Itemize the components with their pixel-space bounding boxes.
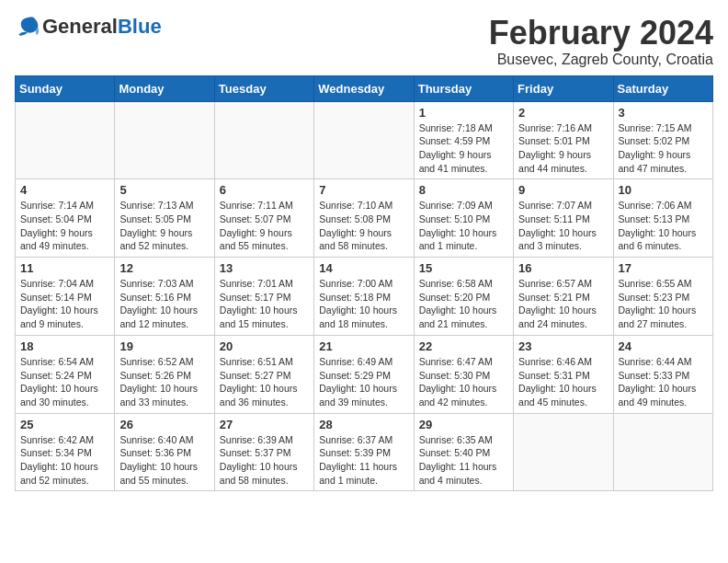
calendar-day-cell: 2Sunrise: 7:16 AMSunset: 5:01 PMDaylight… bbox=[514, 101, 613, 179]
day-info: Sunrise: 7:10 AMSunset: 5:08 PMDaylight:… bbox=[319, 199, 408, 253]
calendar-day-cell: 13Sunrise: 7:01 AMSunset: 5:17 PMDayligh… bbox=[214, 258, 313, 336]
month-year-title: February 2024 bbox=[489, 15, 713, 52]
day-info: Sunrise: 7:00 AMSunset: 5:18 PMDaylight:… bbox=[319, 277, 408, 331]
day-info: Sunrise: 6:47 AMSunset: 5:30 PMDaylight:… bbox=[419, 355, 508, 409]
day-info: Sunrise: 6:58 AMSunset: 5:20 PMDaylight:… bbox=[419, 277, 508, 331]
calendar-week-row: 1Sunrise: 7:18 AMSunset: 4:59 PMDaylight… bbox=[16, 101, 713, 179]
day-number: 28 bbox=[319, 418, 408, 431]
calendar-day-cell: 25Sunrise: 6:42 AMSunset: 5:34 PMDayligh… bbox=[16, 413, 115, 491]
calendar-day-cell: 7Sunrise: 7:10 AMSunset: 5:08 PMDaylight… bbox=[314, 179, 414, 258]
calendar-day-cell: 3Sunrise: 7:15 AMSunset: 5:02 PMDaylight… bbox=[613, 101, 712, 179]
weekday-header-wednesday: Wednesday bbox=[314, 75, 414, 101]
calendar-day-cell: 20Sunrise: 6:51 AMSunset: 5:27 PMDayligh… bbox=[214, 335, 313, 413]
calendar-day-cell: 11Sunrise: 7:04 AMSunset: 5:14 PMDayligh… bbox=[16, 258, 115, 336]
day-info: Sunrise: 6:46 AMSunset: 5:31 PMDaylight:… bbox=[518, 355, 608, 409]
day-info: Sunrise: 6:52 AMSunset: 5:26 PMDaylight:… bbox=[119, 355, 209, 409]
weekday-header-thursday: Thursday bbox=[414, 75, 513, 101]
day-number: 4 bbox=[20, 183, 109, 197]
day-info: Sunrise: 6:51 AMSunset: 5:27 PMDaylight:… bbox=[220, 355, 309, 409]
day-number: 5 bbox=[119, 183, 209, 197]
day-info: Sunrise: 6:37 AMSunset: 5:39 PMDaylight:… bbox=[319, 433, 408, 488]
day-number: 26 bbox=[119, 418, 209, 431]
day-info: Sunrise: 7:15 AMSunset: 5:02 PMDaylight:… bbox=[619, 121, 708, 176]
day-info: Sunrise: 6:35 AMSunset: 5:40 PMDaylight:… bbox=[419, 433, 508, 488]
calendar-day-cell: 23Sunrise: 6:46 AMSunset: 5:31 PMDayligh… bbox=[514, 335, 613, 413]
location-subtitle: Busevec, Zagreb County, Croatia bbox=[489, 52, 713, 68]
day-number: 9 bbox=[518, 183, 608, 197]
day-info: Sunrise: 6:39 AMSunset: 5:37 PMDaylight:… bbox=[220, 433, 309, 488]
calendar-day-cell: 12Sunrise: 7:03 AMSunset: 5:16 PMDayligh… bbox=[115, 258, 214, 336]
weekday-header-sunday: Sunday bbox=[16, 75, 115, 101]
logo-blue: Blue bbox=[118, 15, 162, 38]
day-info: Sunrise: 7:09 AMSunset: 5:10 PMDaylight:… bbox=[419, 199, 508, 253]
day-info: Sunrise: 7:14 AMSunset: 5:04 PMDaylight:… bbox=[20, 199, 109, 253]
calendar-day-cell: 15Sunrise: 6:58 AMSunset: 5:20 PMDayligh… bbox=[414, 258, 513, 336]
calendar-day-cell bbox=[314, 101, 414, 179]
day-info: Sunrise: 6:49 AMSunset: 5:29 PMDaylight:… bbox=[319, 355, 408, 409]
calendar-day-cell: 18Sunrise: 6:54 AMSunset: 5:24 PMDayligh… bbox=[16, 335, 115, 413]
day-number: 21 bbox=[319, 339, 408, 353]
weekday-header-tuesday: Tuesday bbox=[214, 75, 313, 101]
calendar-day-cell bbox=[613, 413, 712, 491]
day-number: 2 bbox=[518, 106, 608, 120]
day-number: 7 bbox=[319, 183, 408, 197]
calendar-day-cell: 21Sunrise: 6:49 AMSunset: 5:29 PMDayligh… bbox=[314, 335, 414, 413]
day-number: 23 bbox=[518, 339, 608, 353]
day-number: 25 bbox=[20, 418, 109, 431]
day-number: 11 bbox=[20, 261, 109, 275]
day-info: Sunrise: 7:01 AMSunset: 5:17 PMDaylight:… bbox=[220, 277, 309, 331]
calendar-day-cell: 16Sunrise: 6:57 AMSunset: 5:21 PMDayligh… bbox=[514, 258, 613, 336]
calendar-day-cell: 19Sunrise: 6:52 AMSunset: 5:26 PMDayligh… bbox=[115, 335, 214, 413]
calendar-day-cell: 17Sunrise: 6:55 AMSunset: 5:23 PMDayligh… bbox=[613, 258, 712, 336]
calendar-day-cell: 5Sunrise: 7:13 AMSunset: 5:05 PMDaylight… bbox=[115, 179, 214, 258]
calendar-day-cell: 10Sunrise: 7:06 AMSunset: 5:13 PMDayligh… bbox=[613, 179, 712, 258]
day-number: 10 bbox=[619, 183, 708, 197]
day-info: Sunrise: 7:18 AMSunset: 4:59 PMDaylight:… bbox=[419, 121, 508, 176]
day-number: 14 bbox=[319, 261, 408, 275]
logo: GeneralBlue bbox=[15, 15, 162, 39]
calendar-week-row: 25Sunrise: 6:42 AMSunset: 5:34 PMDayligh… bbox=[16, 413, 713, 491]
calendar-day-cell: 22Sunrise: 6:47 AMSunset: 5:30 PMDayligh… bbox=[414, 335, 513, 413]
day-number: 27 bbox=[220, 418, 309, 431]
day-info: Sunrise: 7:16 AMSunset: 5:01 PMDaylight:… bbox=[518, 121, 608, 176]
day-info: Sunrise: 7:07 AMSunset: 5:11 PMDaylight:… bbox=[518, 199, 608, 253]
weekday-header-row: SundayMondayTuesdayWednesdayThursdayFrid… bbox=[16, 75, 713, 101]
day-number: 22 bbox=[419, 339, 508, 353]
weekday-header-saturday: Saturday bbox=[613, 75, 712, 101]
calendar-day-cell: 4Sunrise: 7:14 AMSunset: 5:04 PMDaylight… bbox=[16, 179, 115, 258]
day-info: Sunrise: 6:57 AMSunset: 5:21 PMDaylight:… bbox=[518, 277, 608, 331]
day-number: 17 bbox=[619, 261, 708, 275]
calendar-table: SundayMondayTuesdayWednesdayThursdayFrid… bbox=[15, 75, 713, 492]
calendar-day-cell: 28Sunrise: 6:37 AMSunset: 5:39 PMDayligh… bbox=[314, 413, 414, 491]
calendar-day-cell: 29Sunrise: 6:35 AMSunset: 5:40 PMDayligh… bbox=[414, 413, 513, 491]
calendar-week-row: 18Sunrise: 6:54 AMSunset: 5:24 PMDayligh… bbox=[16, 335, 713, 413]
calendar-day-cell bbox=[514, 413, 613, 491]
day-number: 20 bbox=[220, 339, 309, 353]
logo-bird-icon bbox=[15, 16, 40, 38]
logo-text: GeneralBlue bbox=[42, 15, 162, 39]
calendar-day-cell: 14Sunrise: 7:00 AMSunset: 5:18 PMDayligh… bbox=[314, 258, 414, 336]
logo-general: General bbox=[42, 15, 118, 38]
day-info: Sunrise: 7:04 AMSunset: 5:14 PMDaylight:… bbox=[20, 277, 109, 331]
day-info: Sunrise: 6:44 AMSunset: 5:33 PMDaylight:… bbox=[619, 355, 708, 409]
day-number: 12 bbox=[119, 261, 209, 275]
weekday-header-friday: Friday bbox=[514, 75, 613, 101]
day-info: Sunrise: 7:06 AMSunset: 5:13 PMDaylight:… bbox=[619, 199, 708, 253]
day-info: Sunrise: 6:54 AMSunset: 5:24 PMDaylight:… bbox=[20, 355, 109, 409]
day-number: 24 bbox=[619, 339, 708, 353]
calendar-week-row: 11Sunrise: 7:04 AMSunset: 5:14 PMDayligh… bbox=[16, 258, 713, 336]
calendar-day-cell bbox=[115, 101, 214, 179]
day-number: 3 bbox=[619, 106, 708, 120]
day-number: 8 bbox=[419, 183, 508, 197]
calendar-day-cell bbox=[16, 101, 115, 179]
day-info: Sunrise: 7:03 AMSunset: 5:16 PMDaylight:… bbox=[119, 277, 209, 331]
calendar-day-cell: 26Sunrise: 6:40 AMSunset: 5:36 PMDayligh… bbox=[115, 413, 214, 491]
day-number: 15 bbox=[419, 261, 508, 275]
day-number: 6 bbox=[220, 183, 309, 197]
calendar-day-cell bbox=[214, 101, 313, 179]
weekday-header-monday: Monday bbox=[115, 75, 214, 101]
day-info: Sunrise: 6:55 AMSunset: 5:23 PMDaylight:… bbox=[619, 277, 708, 331]
day-info: Sunrise: 7:11 AMSunset: 5:07 PMDaylight:… bbox=[220, 199, 309, 253]
day-info: Sunrise: 6:40 AMSunset: 5:36 PMDaylight:… bbox=[119, 433, 209, 488]
day-number: 1 bbox=[419, 106, 508, 120]
